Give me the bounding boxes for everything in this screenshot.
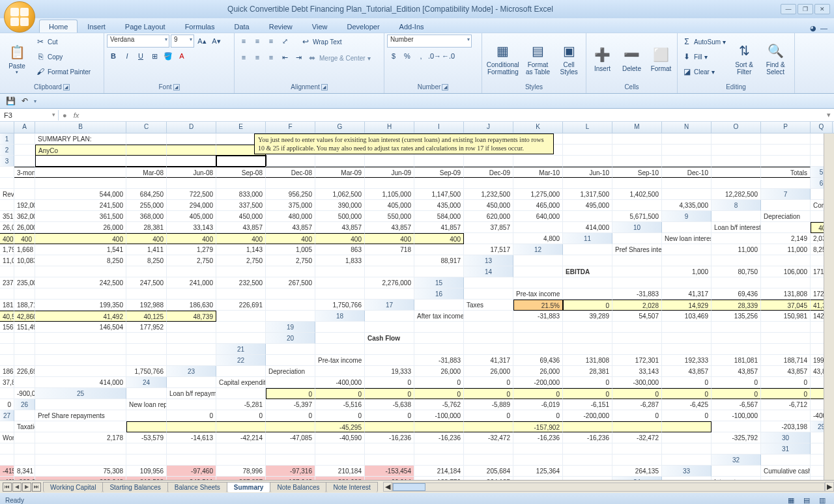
cell[interactable] — [126, 156, 167, 167]
cell[interactable]: 186,630 — [167, 300, 216, 311]
cell[interactable] — [315, 288, 365, 300]
row-header[interactable]: 17 — [365, 300, 414, 311]
cell[interactable]: 43,857 — [761, 366, 811, 377]
cell[interactable] — [712, 167, 761, 178]
cell[interactable]: -127,643 — [266, 477, 315, 480]
cell[interactable]: Working Capital — [0, 432, 14, 443]
cell[interactable] — [563, 244, 612, 255]
cell[interactable] — [315, 156, 365, 167]
cell[interactable] — [712, 133, 761, 145]
cell[interactable]: 28,381 — [126, 222, 167, 233]
cell[interactable]: -32,472 — [612, 432, 662, 443]
number-format-select[interactable]: Number — [387, 35, 472, 48]
cell[interactable]: 351,000 — [0, 211, 14, 222]
cell[interactable]: 43,857 — [315, 222, 365, 233]
cell[interactable]: -153,454 — [365, 466, 414, 477]
help-icon[interactable]: ◕ — [810, 24, 816, 33]
cell[interactable] — [662, 255, 712, 266]
cell[interactable]: 0 — [414, 377, 464, 388]
wrap-text-button[interactable]: ↩Wrap Text — [299, 35, 343, 49]
cell[interactable] — [266, 311, 315, 322]
cell[interactable]: 1,833 — [315, 255, 365, 266]
cell[interactable] — [126, 388, 167, 399]
cell[interactable]: 0 — [315, 410, 365, 421]
cell[interactable] — [365, 266, 414, 277]
cell[interactable] — [662, 344, 712, 355]
cell[interactable]: 500,000 — [315, 211, 365, 222]
cell[interactable]: 405,000 — [167, 211, 216, 222]
cell[interactable]: 4,800 — [513, 233, 563, 244]
row-header[interactable]: 34 — [612, 477, 662, 480]
cell[interactable]: 146,504 — [35, 322, 126, 333]
cell[interactable]: 138,770 — [414, 477, 464, 480]
cell[interactable]: -16,236 — [365, 432, 414, 443]
cell[interactable] — [167, 288, 216, 300]
cell[interactable]: -31,883 — [414, 355, 464, 366]
cell[interactable] — [563, 211, 612, 222]
cell[interactable]: 0 — [563, 388, 612, 399]
cell[interactable] — [761, 410, 811, 421]
find-select-button[interactable]: 🔍Find & Select — [761, 35, 790, 81]
cell[interactable]: Pref Shares interest — [612, 244, 662, 255]
row-header[interactable]: 13 — [464, 255, 513, 266]
cell[interactable] — [35, 399, 126, 410]
cell[interactable] — [365, 455, 414, 466]
cell[interactable] — [513, 222, 563, 233]
cell[interactable] — [365, 178, 414, 189]
cell[interactable]: 131,808 — [563, 355, 612, 366]
cell[interactable]: 11,000 — [712, 244, 761, 255]
cell[interactable]: 1,411 — [126, 244, 167, 255]
cell[interactable] — [14, 432, 35, 443]
font-name-select[interactable]: Verdana — [107, 35, 169, 48]
sheet-tab[interactable]: Note Balances — [270, 482, 326, 492]
cell[interactable] — [35, 455, 126, 466]
cell[interactable]: 235,000 — [14, 277, 35, 288]
cell-styles-button[interactable]: ▣Cell Styles — [554, 35, 583, 81]
cell[interactable]: Dec-09 — [464, 167, 513, 178]
shrink-font-button[interactable]: A▾ — [210, 35, 223, 48]
column-header[interactable]: L — [563, 122, 612, 133]
cell[interactable]: 1,317,500 — [563, 189, 612, 200]
cell[interactable] — [662, 189, 712, 200]
cell[interactable] — [464, 443, 513, 455]
cell[interactable] — [414, 333, 464, 344]
sheet-tab[interactable]: Summary — [227, 482, 271, 492]
cell[interactable] — [712, 255, 761, 266]
bold-button[interactable]: B — [107, 49, 120, 63]
cell[interactable]: 106,000 — [761, 266, 811, 277]
cell[interactable]: 10,083 — [14, 255, 35, 266]
tab-page-layout[interactable]: Page Layout — [115, 20, 175, 33]
cell[interactable]: 400 — [216, 233, 266, 244]
cell[interactable]: 43,857 — [216, 222, 266, 233]
cell[interactable] — [712, 344, 761, 355]
cell[interactable] — [216, 322, 266, 333]
cell[interactable] — [414, 266, 464, 277]
row-header[interactable]: 21 — [216, 344, 266, 355]
cell[interactable] — [266, 156, 315, 167]
cell[interactable]: EBITDA — [563, 266, 612, 277]
cell[interactable] — [513, 266, 563, 277]
cell[interactable]: 1,750,766 — [315, 300, 365, 311]
row-header[interactable]: 3 — [0, 156, 14, 167]
cell[interactable] — [126, 355, 167, 366]
next-sheet-icon[interactable]: ▶ — [22, 483, 31, 492]
cell[interactable]: Taxation — [14, 421, 35, 432]
cell[interactable]: 1,005 — [266, 244, 315, 255]
format-painter-button[interactable]: 🖌Format Painter — [34, 64, 92, 79]
row-header[interactable]: 11 — [563, 233, 612, 244]
cell[interactable] — [612, 200, 662, 211]
cell[interactable] — [35, 344, 126, 355]
cell[interactable] — [14, 266, 35, 277]
cell[interactable]: 0 — [266, 410, 315, 421]
cell[interactable] — [167, 421, 216, 432]
cell[interactable]: 226,691 — [14, 366, 35, 377]
cell[interactable] — [266, 288, 315, 300]
cell[interactable] — [662, 455, 712, 466]
font-color-button[interactable]: A — [175, 49, 188, 63]
cell[interactable]: 1,062,500 — [315, 189, 365, 200]
cell[interactable]: Depreciation — [266, 366, 315, 377]
cell[interactable] — [513, 277, 563, 288]
page-break-view-icon[interactable]: ▥ — [816, 494, 829, 504]
cell[interactable]: 480,000 — [266, 211, 315, 222]
normal-view-icon[interactable]: ▦ — [784, 494, 798, 504]
